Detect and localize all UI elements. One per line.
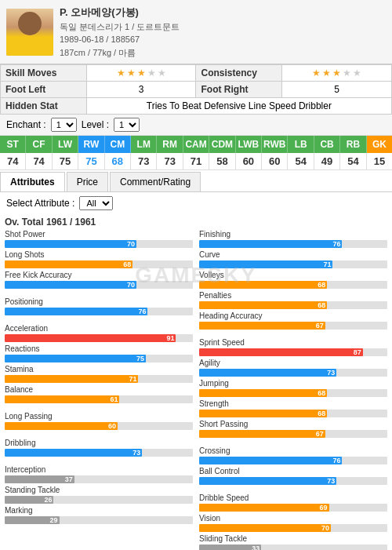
pos-cell-lb: LB [288, 136, 314, 153]
attr-bar-wrap: 75 [5, 355, 193, 362]
attr-value: 68 [318, 281, 325, 289]
player-avatar-img [6, 9, 53, 56]
attr-bar: 68 [199, 281, 327, 289]
attr-bar: 70 [5, 240, 136, 248]
pos-cell-rm: RM [157, 136, 183, 153]
star1: ★ [116, 67, 125, 77]
star5: ★ [157, 67, 166, 77]
rating-cell-lb: 54 [288, 153, 314, 169]
attr-bar: 33 [199, 545, 261, 550]
attr-item: Positioning76 [5, 297, 193, 315]
attr-value: 68 [318, 301, 325, 309]
attr-label: Short Passing [199, 420, 248, 429]
foot-left-val: 3 [86, 82, 196, 98]
pos-cell-st: ST [0, 136, 26, 153]
tab-price[interactable]: Price [67, 172, 108, 191]
attr-bar: 61 [5, 395, 119, 403]
attr-bar: 67 [199, 430, 325, 438]
attr-bar-row: 26 [5, 496, 193, 504]
attr-bar-row: 37 [5, 475, 193, 483]
star4: ★ [147, 67, 156, 77]
attr-bar-wrap: 68 [199, 281, 387, 289]
attr-bar-wrap: 68 [199, 301, 387, 309]
attr-value: 33 [252, 545, 260, 550]
pos-cell-rb: RB [340, 136, 366, 153]
attr-bar-row: 75 [5, 355, 193, 362]
position-bar: STCFLWRWCMLMRMCAMCDMLWBRWBLBCBRBGK [0, 136, 392, 153]
right-attr-col: Finishing76Curve71Volleys68Penalties68He… [199, 230, 387, 550]
enchant-label: Enchant : [6, 119, 46, 130]
attr-label: Crossing [199, 446, 246, 456]
attr-bar-wrap: 60 [5, 422, 193, 430]
rating-cell-lw: 75 [53, 153, 78, 169]
consistency-stars-filled: ★ ★ ★ ★ ★ [312, 67, 362, 77]
attr-bar-wrap: 70 [199, 524, 387, 532]
consistency-label: Consistency [196, 65, 282, 82]
attr-value: 70 [127, 240, 135, 248]
rating-cell-cdm: 58 [209, 153, 235, 169]
attr-value: 71 [323, 260, 331, 268]
attr-bar-wrap: 70 [5, 281, 193, 289]
attr-value: 73 [327, 477, 335, 485]
level-select[interactable]: 123 [114, 118, 140, 132]
attr-label: Interception [5, 465, 52, 475]
attr-bar: 68 [199, 410, 327, 417]
player-dob: 1989-06-18 / 188567 [60, 33, 180, 46]
attr-value: 61 [110, 395, 118, 403]
attr-item: Ball Control73 [199, 467, 387, 485]
attr-bar-wrap: 91 [5, 334, 193, 342]
attr-item: Penalties68 [199, 291, 387, 309]
attr-item: Acceleration91 [5, 324, 193, 342]
attr-bar-row: 70 [199, 524, 387, 532]
consistency-stars: ★ ★ ★ ★ ★ [282, 65, 392, 82]
cstar3: ★ [332, 67, 342, 77]
attr-item: Free Kick Accuracy70 [5, 271, 193, 289]
attr-bar: 75 [5, 355, 146, 362]
attr-bar-row: 67 [199, 322, 387, 330]
attr-bar-wrap: 37 [5, 475, 193, 483]
attr-item: Balance61 [5, 385, 193, 403]
rating-cell-rwb: 60 [262, 153, 288, 169]
level-label: Level : [82, 119, 109, 130]
attr-item: Marking29 [5, 506, 193, 524]
rating-cell-gk: 15 [367, 153, 392, 169]
pos-cell-lwb: LWB [236, 136, 262, 153]
attr-value: 91 [166, 334, 174, 342]
attr-bar-row: 73 [199, 369, 387, 377]
attr-bar-wrap: 67 [199, 322, 387, 330]
attr-value: 60 [108, 422, 116, 430]
attr-bar-row: 73 [5, 449, 193, 457]
attr-item: Short Passing67 [199, 420, 387, 438]
attributes-section: Ov. Total 1961 / 1961 Shot Power70Long S… [0, 214, 392, 550]
attr-bar-wrap: 71 [199, 260, 387, 268]
attr-bar: 76 [5, 308, 147, 315]
attr-bar-wrap: 73 [199, 369, 387, 377]
attr-item: Stamina71 [5, 365, 193, 383]
attr-value: 76 [332, 240, 340, 248]
foot-row: Foot Left 3 Foot Right 5 [1, 82, 392, 98]
attr-bar: 67 [199, 322, 325, 330]
attr-label: Standing Tackle [5, 486, 60, 495]
attr-value: 67 [316, 430, 324, 438]
attr-bar-wrap: 76 [199, 240, 387, 248]
tab-comment-rating[interactable]: Comment/Rating [110, 172, 201, 191]
attr-label: Curve [199, 250, 246, 260]
attr-bar-row: 70 [5, 240, 193, 248]
attr-value: 71 [129, 375, 136, 383]
hidden-stat-row: Hidden Stat Tries To Beat Defensive Line… [1, 98, 392, 115]
attr-bar: 91 [5, 334, 176, 342]
attr-select[interactable]: All [79, 196, 113, 210]
stats-table: Skill Moves ★ ★ ★ ★ ★ Consistency ★ ★ ★ … [0, 64, 392, 115]
tab-attributes[interactable]: Attributes [0, 172, 65, 191]
attr-label: Marking [5, 506, 52, 515]
attr-bar-wrap: 67 [199, 430, 387, 438]
attr-bar: 70 [199, 524, 331, 532]
skill-moves-stars: ★ ★ ★ ★ ★ [86, 65, 196, 82]
attr-bar: 29 [5, 516, 60, 524]
enchant-select[interactable]: 123 [51, 118, 77, 132]
attr-label: Positioning [5, 297, 52, 307]
attr-value: 37 [65, 475, 73, 483]
attr-bar: 87 [199, 348, 363, 356]
attr-value: 68 [318, 389, 325, 397]
attr-item: Interception37 [5, 465, 193, 483]
